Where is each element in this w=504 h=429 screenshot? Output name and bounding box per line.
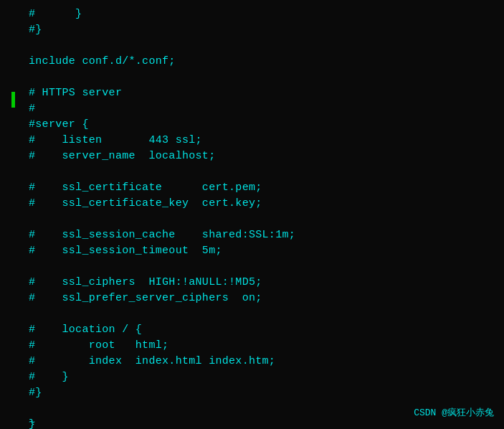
code-line: #	[0, 100, 504, 116]
code-line: # ssl_ciphers HIGH:!aNULL:!MD5;	[0, 274, 504, 290]
code-line: # }	[0, 6, 504, 22]
code-line-text: # }	[0, 371, 69, 383]
code-line-text: # ssl_session_cache shared:SSL:1m;	[0, 229, 295, 241]
code-line	[0, 306, 504, 321]
code-line: include conf.d/*.conf;	[0, 53, 504, 69]
green-bar-indicator	[11, 92, 15, 108]
code-line-text: # ssl_certificate cert.pem;	[0, 182, 262, 194]
code-line: # ssl_prefer_server_ciphers on;	[0, 290, 504, 306]
code-line: # location / {	[0, 321, 504, 337]
code-line: # ssl_certificate_key cert.key;	[0, 195, 504, 211]
code-line-text: # ssl_certificate_key cert.key;	[0, 197, 262, 209]
code-line-text: #}	[0, 387, 42, 399]
code-line: # listen 443 ssl;	[0, 132, 504, 148]
code-line: # index index.html index.htm;	[0, 353, 504, 369]
code-line-text: include conf.d/*.conf;	[0, 55, 176, 67]
code-line-text: # HTTPS server	[0, 87, 122, 99]
code-line-text: # ssl_session_timeout 5m;	[0, 245, 222, 257]
code-line: # ssl_certificate cert.pem;	[0, 179, 504, 195]
code-lines: # }#}include conf.d/*.conf;# HTTPS serve…	[0, 6, 504, 429]
code-line-text: #server {	[0, 118, 89, 131]
tilde-line: ~	[29, 417, 35, 429]
code-line: #}	[0, 22, 504, 37]
code-line: # ssl_session_cache shared:SSL:1m;	[0, 227, 504, 242]
code-line-text: # listen 443 ssl;	[0, 134, 202, 146]
code-editor: # }#}include conf.d/*.conf;# HTTPS serve…	[0, 0, 504, 429]
code-line: # }	[0, 369, 504, 385]
code-line-text: # location / {	[0, 324, 142, 336]
code-line	[0, 69, 504, 85]
code-line: # ssl_session_timeout 5m;	[0, 242, 504, 258]
watermark: CSDN @疯狂小赤兔	[414, 406, 494, 419]
code-line-text: # ssl_prefer_server_ciphers on;	[0, 292, 262, 304]
code-line: # HTTPS server	[0, 85, 504, 100]
code-line-text: #}	[0, 24, 42, 36]
code-line: # root html;	[0, 337, 504, 353]
code-line	[0, 37, 504, 53]
code-line-text: #	[0, 103, 35, 115]
code-line-text: # index index.html index.htm;	[0, 355, 275, 367]
code-line-text: # server_name localhost;	[0, 150, 215, 162]
code-line-text: # root html;	[0, 339, 168, 352]
code-line: # server_name localhost;	[0, 148, 504, 164]
code-line	[0, 258, 504, 274]
code-line	[0, 164, 504, 179]
code-line: #}	[0, 385, 504, 400]
code-line-text: # }	[0, 8, 82, 20]
code-line: #server {	[0, 116, 504, 132]
code-line	[0, 211, 504, 227]
code-line-text: # ssl_ciphers HIGH:!aNULL:!MD5;	[0, 276, 262, 288]
